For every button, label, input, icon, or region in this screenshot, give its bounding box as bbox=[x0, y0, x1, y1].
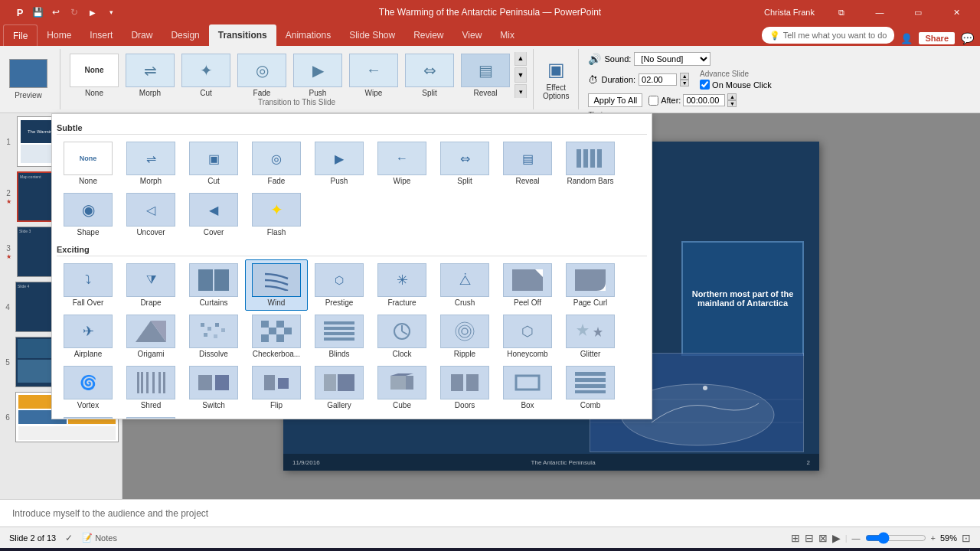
tell-me-box[interactable]: 💡 Tell me what you want to do bbox=[762, 27, 895, 44]
transition-fade[interactable]: ◎ Fade bbox=[234, 52, 289, 98]
fit-to-window-button[interactable]: ⊡ bbox=[962, 532, 971, 544]
zoom-out-button[interactable]: — bbox=[852, 533, 861, 543]
transition-wipe-item[interactable]: ← Wipe bbox=[371, 138, 433, 189]
duration-decrement-button[interactable]: ▼ bbox=[680, 80, 689, 86]
transitions-scroll-down-button[interactable]: ▼ bbox=[514, 67, 527, 83]
after-increment-button[interactable]: ▲ bbox=[727, 93, 737, 100]
transition-wipe[interactable]: ← Wipe bbox=[346, 52, 401, 98]
transition-doors-item[interactable]: Doors bbox=[433, 362, 496, 413]
tab-insert[interactable]: Insert bbox=[80, 24, 122, 46]
transition-dissolve-item[interactable]: Dissolve bbox=[182, 311, 245, 362]
notes-button[interactable]: 📝 Notes bbox=[82, 533, 117, 543]
transition-reveal-item[interactable]: ▤ Reveal bbox=[496, 138, 559, 189]
transition-cover-item[interactable]: ◀ Cover bbox=[182, 189, 245, 240]
transition-vortex-item[interactable]: 🌀 Vortex bbox=[57, 362, 119, 413]
transition-ripple-item[interactable]: Ripple bbox=[433, 311, 496, 362]
transition-glitter-item[interactable]: Glitter bbox=[559, 311, 622, 362]
transition-prestige-item[interactable]: ⬡ Prestige bbox=[308, 259, 371, 311]
transition-uncover-item[interactable]: ◁ Uncover bbox=[119, 189, 182, 240]
transition-drape-item[interactable]: ⧩ Drape bbox=[119, 259, 182, 311]
transition-pagecurl-item[interactable]: Page Curl bbox=[559, 259, 622, 311]
transition-cut-item[interactable]: ▣ Cut bbox=[182, 138, 245, 189]
transition-zoom-item[interactable]: Zoom bbox=[57, 413, 119, 419]
normal-view-button[interactable]: ⊞ bbox=[791, 532, 800, 544]
transition-fallover-item[interactable]: ⤵ Fall Over bbox=[57, 259, 119, 311]
tab-review[interactable]: Review bbox=[404, 24, 452, 46]
transition-none[interactable]: None None bbox=[67, 52, 122, 98]
transition-reveal[interactable]: ▤ Reveal bbox=[458, 52, 513, 98]
zoom-in-button[interactable]: + bbox=[931, 533, 936, 543]
transition-crush-item[interactable]: ⧊ Crush bbox=[433, 259, 496, 311]
presentation-mode-button[interactable]: ▶ bbox=[84, 4, 101, 21]
zoom-slider[interactable] bbox=[865, 532, 926, 544]
transition-randombars-item[interactable]: Random Bars bbox=[559, 138, 622, 189]
transition-box-item[interactable]: Box bbox=[496, 362, 559, 413]
tab-draw[interactable]: Draw bbox=[122, 24, 162, 46]
transition-checkerboard-item[interactable]: Checkerboa... bbox=[245, 311, 308, 362]
tab-animations[interactable]: Animations bbox=[276, 24, 340, 46]
redo-button[interactable]: ↻ bbox=[66, 4, 83, 21]
transition-flash-item[interactable]: ✦ Flash bbox=[245, 189, 308, 240]
transitions-more-button[interactable]: ▾ bbox=[514, 84, 527, 98]
after-input[interactable] bbox=[683, 94, 725, 106]
tab-slideshow[interactable]: Slide Show bbox=[340, 24, 404, 46]
transition-honeycomb-item[interactable]: ⬡ Honeycomb bbox=[496, 311, 559, 362]
save-button[interactable]: 💾 bbox=[29, 4, 46, 21]
duration-increment-button[interactable]: ▲ bbox=[680, 73, 689, 80]
transition-push[interactable]: ▶ Push bbox=[290, 52, 345, 98]
transition-none-item[interactable]: None None bbox=[57, 138, 119, 189]
quick-access-customize-button[interactable]: ▾ bbox=[103, 4, 119, 21]
presenter-view-button[interactable]: ▶ bbox=[832, 532, 841, 544]
sound-select[interactable]: [No Sound] bbox=[634, 52, 710, 66]
transition-split[interactable]: ⇔ Split bbox=[402, 52, 457, 98]
transition-cube-item[interactable]: Cube bbox=[371, 362, 433, 413]
transition-random-item[interactable]: ? Random bbox=[119, 413, 182, 419]
duration-input[interactable] bbox=[639, 73, 677, 86]
start-button[interactable]: ⊞ bbox=[5, 548, 35, 551]
tab-file[interactable]: File bbox=[3, 24, 38, 46]
apply-to-all-button[interactable]: Apply To All bbox=[588, 93, 642, 107]
transition-morph-item[interactable]: ⇌ Morph bbox=[119, 138, 182, 189]
transition-shred-item[interactable]: Shred bbox=[119, 362, 182, 413]
transition-comb-item[interactable]: Comb bbox=[559, 362, 622, 413]
preview-thumbnail bbox=[9, 59, 47, 88]
reading-view-button[interactable]: ⊠ bbox=[818, 532, 828, 544]
transition-wind-item[interactable]: Wind bbox=[245, 259, 308, 311]
transition-fracture-item[interactable]: ✳ Fracture bbox=[371, 259, 433, 311]
transition-morph[interactable]: ⇌ Morph bbox=[122, 52, 178, 98]
transitions-scroll-up-button[interactable]: ▲ bbox=[514, 52, 527, 66]
transition-gallery-item[interactable]: Gallery bbox=[308, 362, 371, 413]
transition-split-item[interactable]: ⇔ Split bbox=[433, 138, 496, 189]
transition-blinds-item[interactable]: Blinds bbox=[308, 311, 371, 362]
undo-button[interactable]: ↩ bbox=[47, 4, 64, 21]
separator: | bbox=[845, 533, 848, 543]
transition-cut[interactable]: ✦ Cut bbox=[178, 52, 234, 98]
transition-origami-item[interactable]: Origami bbox=[119, 311, 182, 362]
transition-clock-item[interactable]: Clock bbox=[371, 311, 433, 362]
transition-flip-item[interactable]: Flip bbox=[245, 362, 308, 413]
tab-design[interactable]: Design bbox=[162, 24, 208, 46]
after-checkbox[interactable] bbox=[648, 96, 658, 106]
tab-transitions[interactable]: Transitions bbox=[209, 24, 276, 46]
tab-view[interactable]: View bbox=[453, 24, 492, 46]
effect-options-button[interactable]: EffectOptions bbox=[543, 83, 569, 100]
transition-switch-item[interactable]: Switch bbox=[182, 362, 245, 413]
svg-rect-43 bbox=[152, 372, 155, 393]
transition-fade-item[interactable]: ◎ Fade bbox=[245, 138, 308, 189]
share-button[interactable]: Share bbox=[919, 32, 955, 44]
after-decrement-button[interactable]: ▼ bbox=[727, 100, 737, 107]
transition-shape-item[interactable]: ◉ Shape bbox=[57, 189, 119, 240]
tab-home[interactable]: Home bbox=[38, 24, 80, 46]
slide-sorter-button[interactable]: ⊟ bbox=[805, 532, 814, 544]
restore-button[interactable]: ▭ bbox=[900, 0, 936, 24]
transition-peeloff-item[interactable]: Peel Off bbox=[496, 259, 559, 311]
on-mouse-click-checkbox[interactable] bbox=[700, 80, 710, 90]
transition-curtains-item[interactable]: Curtains bbox=[182, 259, 245, 311]
svg-rect-24 bbox=[261, 334, 269, 342]
transition-airplane-item[interactable]: ✈ Airplane bbox=[57, 311, 119, 362]
transition-push-item[interactable]: ▶ Push bbox=[308, 138, 371, 189]
minimize-button[interactable]: — bbox=[862, 0, 897, 24]
close-button[interactable]: ✕ bbox=[939, 0, 974, 24]
restore-down-button[interactable]: ⧉ bbox=[824, 0, 859, 24]
tab-mix[interactable]: Mix bbox=[491, 24, 524, 46]
